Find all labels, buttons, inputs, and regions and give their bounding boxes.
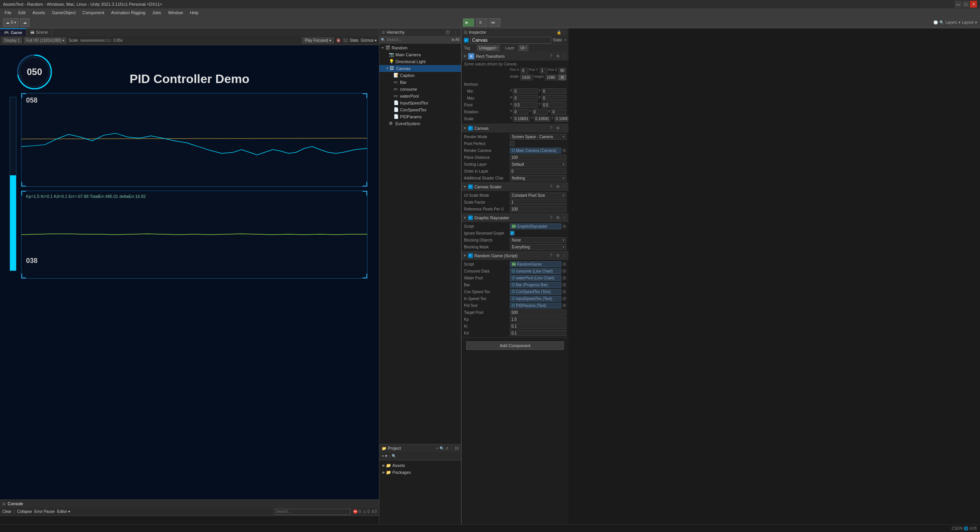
rotation-z[interactable]: 0 — [551, 109, 566, 115]
step-button[interactable]: ⏭ — [489, 18, 500, 27]
blocking-mask-select[interactable]: Everything ▾ — [510, 244, 566, 250]
bar-link[interactable]: Bar (Progress Bar) — [510, 282, 561, 288]
project-item-packages[interactable]: ▶ 📁 Packages — [379, 469, 461, 476]
raycaster-more-button[interactable]: ⋮ — [562, 215, 567, 220]
hierarchy-item-caption[interactable]: ▶ 📝 Caption — [379, 72, 461, 79]
hierarchy-item-canvas[interactable]: ▼ 🖼 Canvas — [379, 65, 461, 72]
order-in-layer-value[interactable]: 0 — [510, 168, 566, 174]
gizmos-button[interactable]: Gizmos ▾ — [361, 38, 377, 42]
account-button[interactable]: ☁ S ▾ — [3, 18, 19, 27]
pid-text-link[interactable]: PIDParams (Text) — [510, 303, 561, 308]
pivot-y[interactable]: 0.5 — [542, 102, 566, 108]
hierarchy-item-bar[interactable]: ▶ ▭ Bar — [379, 79, 461, 86]
canvas-comp-header[interactable]: ▼ ✓ Canvas ? ⚙ ⋮ — [462, 124, 568, 132]
pause-button[interactable]: ⏸ — [476, 18, 487, 27]
anchor-max-x[interactable]: 0 — [513, 95, 537, 101]
pivot-x[interactable]: 0.5 — [513, 102, 537, 108]
play-button[interactable]: ▶ — [463, 18, 474, 27]
tag-select[interactable]: Untagged ▾ — [477, 45, 500, 51]
conspeed-pick-button[interactable]: ⊙ — [562, 289, 566, 294]
mute-icon[interactable]: 🔇 — [336, 38, 341, 42]
menu-gameobject[interactable]: GameObject — [49, 10, 79, 16]
scaler-checkbox[interactable]: ✓ — [468, 184, 473, 189]
raycaster-settings-button[interactable]: ⚙ — [555, 215, 560, 220]
rotation-y[interactable]: 0 — [532, 109, 547, 115]
anchor-max-y[interactable]: 0 — [542, 95, 566, 101]
con-speed-tex-link[interactable]: ConSpeedTex (Text) — [510, 289, 561, 295]
menu-animation-rigging[interactable]: Animation Rigging — [108, 10, 148, 16]
hierarchy-more-button[interactable]: ⋮ — [452, 29, 459, 35]
scale-y[interactable]: 0.10691 — [534, 116, 550, 122]
pos-y-value[interactable]: 1 — [540, 68, 547, 73]
hierarchy-item-dir-light[interactable]: ▶ 💡 Directional Light — [379, 58, 461, 65]
blocking-objects-select[interactable]: None ▾ — [510, 237, 566, 243]
rect-transform-header[interactable]: ▼ ⊞ Rect Transform ? ⚙ ⋮ — [462, 52, 568, 60]
pos-x-value[interactable]: 0 — [521, 68, 528, 73]
canvas-info-button[interactable]: ? — [549, 126, 554, 131]
bar-pick-button[interactable]: ⊙ — [562, 282, 566, 287]
close-button[interactable]: ✕ — [970, 1, 977, 8]
layer-select[interactable]: UI ▾ — [518, 45, 528, 51]
pidtext-pick-button[interactable]: ⊙ — [562, 303, 566, 308]
anchor-min-y[interactable]: 0 — [542, 88, 566, 94]
all-label[interactable]: ⊕ All — [451, 38, 459, 42]
waterpool-pick-button[interactable]: ⊙ — [562, 275, 566, 281]
minimize-button[interactable]: — — [955, 1, 962, 8]
menu-edit[interactable]: Edit — [15, 10, 29, 16]
inspeed-pick-button[interactable]: ⊙ — [562, 296, 566, 301]
height-value[interactable]: 1080 — [545, 75, 558, 80]
hierarchy-search-input[interactable] — [387, 38, 450, 42]
rotation-x[interactable]: 0 — [513, 109, 528, 115]
scaler-settings-button[interactable]: ⚙ — [555, 184, 560, 189]
tab-scene[interactable]: 🏔 Scene — [26, 28, 52, 36]
scale-x[interactable]: 0.10691 — [513, 116, 530, 122]
object-name-input[interactable] — [470, 37, 551, 44]
ui-scale-mode-select[interactable]: Constant Pixel Size ▾ — [510, 193, 566, 198]
scale-z[interactable]: 0.10691 — [554, 116, 568, 122]
menu-window[interactable]: Window — [165, 10, 186, 16]
raycaster-header[interactable]: ▼ ✓ Graphic Raycaster ? ⚙ ⋮ — [462, 214, 568, 222]
canvas-more-button[interactable]: ⋮ — [562, 126, 567, 131]
pixel-perfect-checkbox[interactable] — [510, 141, 514, 146]
consume-data-link[interactable]: consume (Line Chart) — [510, 268, 561, 274]
project-add-button[interactable]: + — [436, 446, 438, 450]
pos-z-value[interactable]: 90 — [559, 68, 566, 73]
project-more-button[interactable]: ⋮ — [449, 446, 453, 450]
hierarchy-item-conspeedtex[interactable]: ▶ 📄 ConSpeedTex — [379, 106, 461, 113]
randomgame-checkbox[interactable]: ✓ — [468, 253, 473, 258]
kd-value[interactable]: 0.1 — [510, 330, 566, 336]
canvas-scaler-header[interactable]: ▼ ✓ Canvas Scaler ? ⚙ ⋮ — [462, 183, 568, 191]
rect-settings-button[interactable]: ⚙ — [555, 54, 560, 59]
collab-button[interactable]: ☁ — [20, 18, 29, 27]
project-sync-button[interactable]: ↺ — [445, 446, 448, 450]
collapse-button[interactable]: Collapse — [17, 509, 32, 514]
hierarchy-lock-button[interactable]: ⚿ — [445, 29, 451, 35]
hierarchy-item-random[interactable]: ▼ 🎬 Random — [379, 44, 461, 51]
editor-button[interactable]: Editor ▾ — [57, 509, 70, 514]
sorting-layer-select[interactable]: Default ▾ — [510, 162, 566, 167]
render-camera-link[interactable]: Main Camera (Camera) — [510, 148, 561, 153]
randomgame-info-button[interactable]: ? — [549, 253, 554, 258]
play-focused-button[interactable]: Play Focused ▾ — [302, 38, 333, 43]
scale-factor-value[interactable]: 1 — [510, 199, 566, 205]
randomgame-settings-button[interactable]: ⚙ — [555, 253, 560, 258]
raycaster-checkbox[interactable]: ✓ — [468, 215, 473, 220]
width-value[interactable]: 1920 — [520, 75, 533, 80]
raycaster-script-link[interactable]: C# GraphicRaycaster — [510, 224, 561, 229]
raycaster-info-button[interactable]: ? — [549, 215, 554, 220]
rect-info-button[interactable]: ? — [549, 54, 554, 59]
random-game-header[interactable]: ▼ ✓ Random Game (Script) ? ⚙ ⋮ — [462, 251, 568, 260]
water-pool-link[interactable]: waterPool (Line Chart) — [510, 275, 561, 281]
hierarchy-item-consume[interactable]: ▶ ▭ consume — [379, 86, 461, 93]
constrain-button[interactable]: ⊞ — [559, 75, 566, 80]
randomgame-more-button[interactable]: ⋮ — [562, 253, 567, 258]
in-speed-tex-link[interactable]: InputSpeedTex (Text) — [510, 296, 561, 302]
anchor-min-x[interactable]: 0 — [513, 88, 537, 94]
rect-more-button[interactable]: ⋮ — [562, 54, 567, 59]
maximize-button[interactable]: □ — [962, 1, 969, 8]
clear-button[interactable]: Clear — [2, 509, 11, 514]
rg-script-pick[interactable]: ⊙ — [562, 261, 566, 267]
error-pause-button[interactable]: Error Pause — [34, 509, 55, 514]
add-component-button[interactable]: Add Component — [466, 341, 564, 350]
render-mode-select[interactable]: Screen Space - Camera ▾ — [510, 134, 566, 140]
